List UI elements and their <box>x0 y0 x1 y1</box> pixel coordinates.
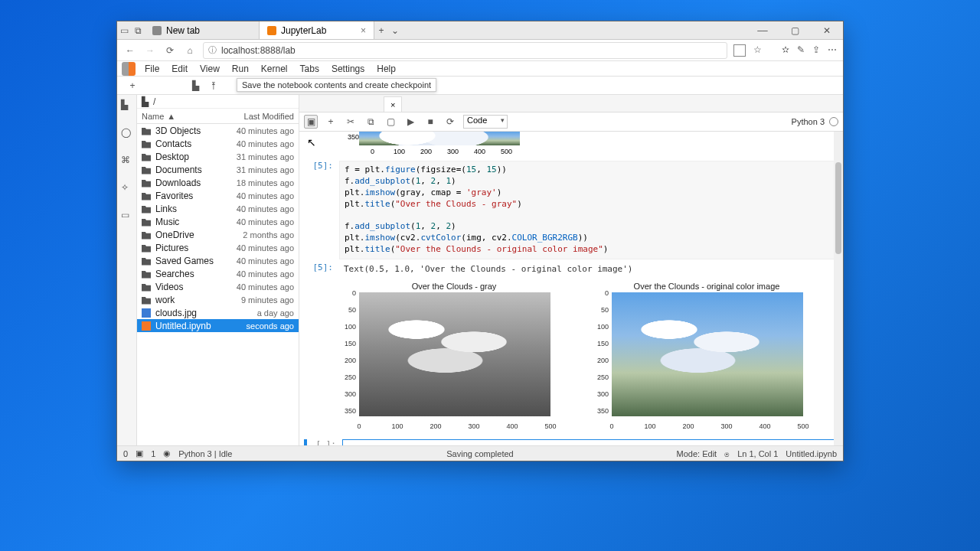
output-cell: [5]: Text(0.5, 1.0, 'Over the Clounds - … <box>304 262 838 276</box>
status-kernels-count[interactable]: 1 <box>151 449 155 458</box>
breadcrumb[interactable]: ▙ / <box>137 95 299 109</box>
menu-run[interactable]: Run <box>226 62 255 76</box>
file-item[interactable]: OneDrive2 months ago <box>137 228 299 241</box>
save-button[interactable]: ▣ <box>304 115 318 129</box>
menu-help[interactable]: Help <box>371 62 402 76</box>
restart-button[interactable]: ⟳ <box>443 115 457 129</box>
notebook-toolbar: ▣ + ✂ ⧉ ▢ ▶ ■ ⟳ Code Python 3 <box>299 112 843 132</box>
site-info-icon[interactable]: ⓘ <box>208 44 217 56</box>
insert-cell-button[interactable]: + <box>324 115 338 129</box>
home-button[interactable]: ⌂ <box>183 44 197 57</box>
tab-favicon <box>267 26 276 35</box>
file-item[interactable]: Pictures40 minutes ago <box>137 241 299 254</box>
code-editor[interactable]: f = plt.figure(figsize=(15, 15)) f.add_s… <box>339 161 838 259</box>
file-name: clouds.jpg <box>155 308 219 318</box>
notebook-document[interactable]: ↖ 350 0100200300400500 [5]: f = plt.figu… <box>299 132 843 445</box>
file-item[interactable]: Links40 minutes ago <box>137 202 299 215</box>
file-list: 3D Objects40 minutes agoContacts40 minut… <box>137 124 299 445</box>
tab-actions-icon[interactable]: ⌄ <box>388 21 402 39</box>
file-item[interactable]: Videos40 minutes ago <box>137 280 299 293</box>
filebrowser-icon[interactable]: ▙ <box>121 99 133 112</box>
cell-type-select[interactable]: Code <box>463 115 508 129</box>
back-button[interactable]: ← <box>123 44 137 57</box>
file-item[interactable]: Documents31 minutes ago <box>137 163 299 176</box>
file-item[interactable]: Searches40 minutes ago <box>137 267 299 280</box>
running-icon[interactable]: ◯ <box>121 127 133 139</box>
file-item[interactable]: Downloads18 minutes ago <box>137 176 299 189</box>
file-item[interactable]: 3D Objects40 minutes ago <box>137 124 299 137</box>
folder-icon <box>142 256 151 266</box>
menu-edit[interactable]: Edit <box>165 62 194 76</box>
browser-tab-jupyterlab[interactable]: JupyterLab × <box>260 21 374 39</box>
menu-kernel[interactable]: Kernel <box>255 62 294 76</box>
url-input[interactable]: ⓘ localhost:8888/lab <box>203 42 727 59</box>
status-terminals[interactable]: 0 <box>123 449 128 458</box>
notes-icon[interactable]: ✎ <box>797 44 805 57</box>
folder-icon <box>142 191 151 201</box>
stop-button[interactable]: ■ <box>423 115 437 129</box>
new-launcher-button[interactable]: + <box>117 80 148 91</box>
new-tab-button[interactable]: + <box>374 21 388 39</box>
forward-button[interactable]: → <box>143 44 157 57</box>
close-window-button[interactable]: ✕ <box>811 21 843 39</box>
browser-tab-newtab[interactable]: New tab <box>145 21 260 39</box>
file-item[interactable]: Saved Games40 minutes ago <box>137 254 299 267</box>
file-item[interactable]: Favorites40 minutes ago <box>137 189 299 202</box>
output-figure-row: Over the Clouds - gray 0 50 100 150 200 … <box>304 279 838 433</box>
status-filename: Untitled.ipynb <box>786 449 837 458</box>
share-icon[interactable]: ⇪ <box>812 44 820 57</box>
notebook-trust-icon[interactable]: ⍟ <box>724 449 730 458</box>
scrollbar-thumb[interactable] <box>835 162 841 254</box>
more-icon[interactable]: ⋯ <box>828 44 837 57</box>
tabs-icon[interactable]: ▭ <box>121 210 133 222</box>
cut-button[interactable]: ✂ <box>344 115 358 129</box>
scrollbar[interactable] <box>834 132 843 445</box>
close-icon[interactable]: × <box>390 100 395 109</box>
file-modified: 18 minutes ago <box>224 178 294 187</box>
refresh-button[interactable]: ⟳ <box>163 44 177 57</box>
address-bar: ← → ⟳ ⌂ ⓘ localhost:8888/lab ☆ ✫ ✎ ⇪ ⋯ <box>117 40 843 61</box>
menu-settings[interactable]: Settings <box>325 62 371 76</box>
file-item[interactable]: Music40 minutes ago <box>137 215 299 228</box>
menu-file[interactable]: File <box>139 62 165 76</box>
file-item[interactable]: Contacts40 minutes ago <box>137 137 299 150</box>
commands-icon[interactable]: ⌘ <box>121 155 133 167</box>
file-name: Videos <box>155 282 219 292</box>
run-button[interactable]: ▶ <box>403 115 417 129</box>
active-code-cell[interactable]: [ ]: <box>304 439 838 445</box>
code-input[interactable] <box>342 439 838 445</box>
file-modified: 40 minutes ago <box>224 126 294 135</box>
col-name[interactable]: Name <box>142 112 164 121</box>
menu-tabs[interactable]: Tabs <box>294 62 325 76</box>
favorites-bar-icon[interactable]: ✫ <box>782 44 789 57</box>
upload-button[interactable]: ⭱ <box>204 80 223 91</box>
close-icon[interactable]: × <box>361 25 366 36</box>
file-modified: seconds ago <box>224 321 294 331</box>
favorite-icon[interactable]: ☆ <box>753 44 762 57</box>
file-name: Contacts <box>155 139 219 149</box>
figure-title: Over the Clounds - original color image <box>592 282 822 291</box>
col-modified[interactable]: Last Modified <box>228 112 299 121</box>
maximize-button[interactable]: ▢ <box>779 21 811 39</box>
file-name: Untitled.ipynb <box>155 321 219 331</box>
new-folder-button[interactable]: ▙ <box>186 80 204 91</box>
notebook-tab-bar: × <box>299 95 843 112</box>
notebook-tab-untitled[interactable]: × <box>384 96 402 112</box>
file-modified: a day ago <box>224 308 294 318</box>
copy-button[interactable]: ⧉ <box>364 115 377 129</box>
status-kernel[interactable]: Python 3 | Idle <box>178 449 232 458</box>
file-item[interactable]: Desktop31 minutes ago <box>137 150 299 163</box>
minimize-button[interactable]: –– <box>746 21 779 39</box>
file-name: Desktop <box>155 152 219 162</box>
file-item[interactable]: clouds.jpga day ago <box>137 306 299 319</box>
file-item[interactable]: work9 minutes ago <box>137 293 299 306</box>
tasks-icon[interactable]: ⧉ <box>131 21 145 39</box>
kernel-name[interactable]: Python 3 <box>792 117 825 126</box>
extension-icon[interactable]: ✧ <box>121 182 133 194</box>
code-cell[interactable]: [5]: f = plt.figure(figsize=(15, 15)) f.… <box>304 161 838 259</box>
ytick-label: 350 <box>339 132 359 141</box>
menu-view[interactable]: View <box>194 62 226 76</box>
paste-button[interactable]: ▢ <box>384 115 397 129</box>
reading-view-icon[interactable] <box>733 44 746 57</box>
file-item[interactable]: Untitled.ipynbseconds ago <box>137 319 299 332</box>
